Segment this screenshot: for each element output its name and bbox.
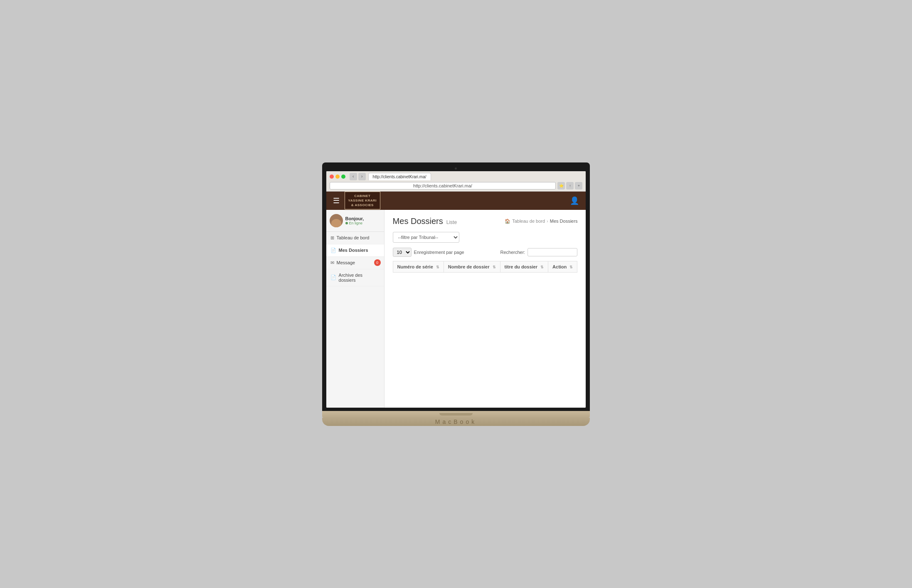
page-subtitle: Liste — [446, 219, 457, 225]
content-area: Bonjour, En ligne ⊞ Tableau de bord — [326, 210, 586, 408]
sort-icon: ⇅ — [569, 265, 573, 269]
laptop-shell: ‹ › http://clients.cabinetKrari.ma/ http… — [322, 162, 590, 426]
data-table: Numéro de série ⇅ Nombre de dossier ⇅ ti… — [393, 261, 578, 273]
user-info: Bonjour, En ligne — [345, 216, 381, 225]
top-nav: ☰ CABINET YASSINE KRARI & ASSOCIES 👤 — [326, 192, 586, 210]
screen-bezel: ‹ › http://clients.cabinetKrari.ma/ http… — [322, 162, 590, 411]
sidebar-user: Bonjour, En ligne — [326, 210, 384, 232]
search-label: Rechercher: — [500, 250, 525, 255]
brand-logo: CABINET YASSINE KRARI & ASSOCIES — [345, 192, 380, 210]
share-button[interactable]: ↑ — [566, 182, 574, 189]
breadcrumb-separator: › — [547, 219, 548, 224]
sort-icon: ⇅ — [436, 265, 439, 269]
browser-tab[interactable]: http://clients.cabinetKrari.ma/ — [368, 173, 431, 180]
screen: ‹ › http://clients.cabinetKrari.ma/ http… — [326, 171, 586, 408]
col-action[interactable]: Action ⇅ — [548, 261, 577, 272]
filter-bar: --filtre par Tribunal-- — [393, 232, 578, 243]
hamburger-icon[interactable]: ☰ — [333, 196, 340, 205]
table-controls: 10 Enregistrement par page Rechercher: — [393, 248, 578, 257]
sort-icon: ⇅ — [493, 265, 496, 269]
sidebar-item-label: Archive des dossiers — [339, 273, 380, 283]
col-nombre[interactable]: Nombre de dossier ⇅ — [444, 261, 500, 272]
sidebar: Bonjour, En ligne ⊞ Tableau de bord — [326, 210, 385, 408]
status-dot — [345, 222, 348, 224]
fullscreen-button[interactable] — [341, 175, 345, 179]
forward-button[interactable]: › — [358, 173, 366, 180]
browser-chrome: ‹ › http://clients.cabinetKrari.ma/ http… — [326, 171, 586, 192]
bookmark-button[interactable]: ⭐ — [557, 182, 565, 189]
sidebar-item-archive[interactable]: 📄 Archive des dossiers — [326, 269, 384, 286]
search-group: Rechercher: — [500, 248, 577, 256]
page-title-group: Mes Dossiers Liste — [393, 217, 457, 226]
app-layout: ☰ CABINET YASSINE KRARI & ASSOCIES 👤 — [326, 192, 586, 408]
page-header: Mes Dossiers Liste 🏠 Tableau de bord › M… — [393, 217, 578, 226]
search-input[interactable] — [527, 248, 577, 256]
sidebar-item-mes-dossiers[interactable]: 📄 Mes Dossiers — [326, 244, 384, 257]
add-tab-button[interactable]: + — [575, 182, 582, 189]
per-page-select[interactable]: 10 — [393, 248, 412, 257]
minimize-button[interactable] — [335, 175, 340, 179]
laptop-notch — [439, 413, 473, 416]
sidebar-item-label: Mes Dossiers — [339, 248, 368, 253]
sidebar-item-label: Message — [337, 260, 355, 265]
dossiers-icon: 📄 — [330, 248, 336, 253]
camera-dot — [455, 167, 457, 170]
sidebar-item-message[interactable]: ✉ Message 0 — [326, 257, 384, 269]
table-head: Numéro de série ⇅ Nombre de dossier ⇅ ti… — [393, 261, 577, 272]
main-content: Mes Dossiers Liste 🏠 Tableau de bord › M… — [385, 210, 586, 408]
message-icon: ✉ — [330, 260, 334, 266]
home-icon: 🏠 — [505, 219, 510, 224]
user-status: En ligne — [345, 221, 381, 225]
per-page-group: 10 Enregistrement par page — [393, 248, 464, 257]
address-bar[interactable]: http://clients.cabinetKrari.ma/ — [330, 182, 556, 189]
nav-left: ☰ CABINET YASSINE KRARI & ASSOCIES — [333, 192, 380, 210]
sidebar-item-label: Tableau de bord — [337, 235, 370, 240]
col-titre[interactable]: titre du dossier ⇅ — [500, 261, 548, 272]
page-title: Mes Dossiers — [393, 217, 443, 226]
tribunal-filter[interactable]: --filtre par Tribunal-- — [393, 232, 459, 243]
archive-icon: 📄 — [330, 275, 336, 280]
dashboard-icon: ⊞ — [330, 235, 334, 241]
avatar — [330, 214, 343, 227]
back-button[interactable]: ‹ — [350, 173, 357, 180]
sort-icon: ⇅ — [540, 265, 544, 269]
tab-bar: http://clients.cabinetKrari.ma/ — [368, 173, 583, 180]
message-badge: 0 — [374, 259, 381, 266]
laptop-base — [322, 411, 590, 418]
breadcrumb-home[interactable]: Tableau de bord — [512, 219, 545, 224]
sidebar-menu: ⊞ Tableau de bord 📄 Mes Dossiers ✉ Messa… — [326, 232, 384, 286]
col-numero[interactable]: Numéro de série ⇅ — [393, 261, 444, 272]
breadcrumb: 🏠 Tableau de bord › Mes Dossiers — [505, 219, 577, 224]
traffic-lights — [330, 175, 345, 179]
user-nav-icon[interactable]: 👤 — [570, 196, 579, 205]
nav-right: 👤 — [570, 196, 579, 205]
per-page-label: Enregistrement par page — [414, 250, 464, 255]
user-greeting: Bonjour, — [345, 216, 381, 221]
breadcrumb-current: Mes Dossiers — [550, 219, 578, 224]
sidebar-item-tableau-de-bord[interactable]: ⊞ Tableau de bord — [326, 232, 384, 244]
laptop-brand: MacBook — [322, 418, 590, 426]
close-button[interactable] — [330, 175, 334, 179]
